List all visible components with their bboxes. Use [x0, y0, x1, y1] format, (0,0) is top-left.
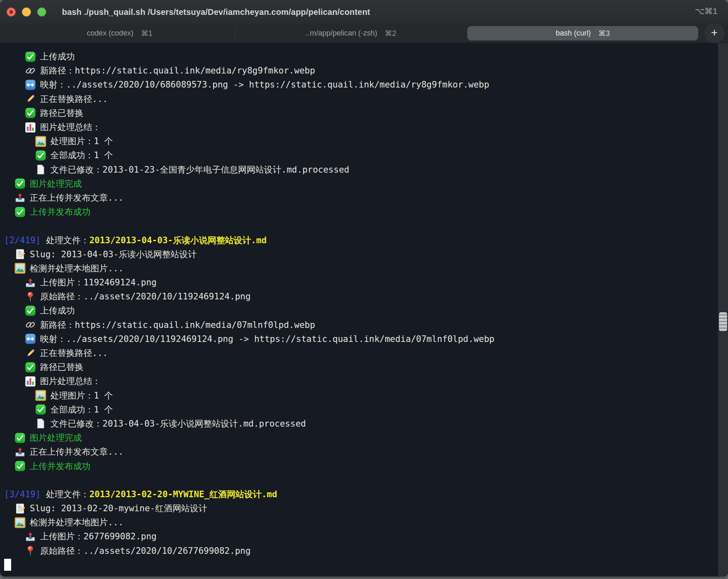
check-icon	[25, 51, 36, 62]
text-segment: 正在替换路径...	[40, 93, 108, 105]
terminal-line: Slug: 2013-02-20-mywine-红酒网站设计	[0, 501, 728, 515]
terminal-line: 映射：../assets/2020/10/686089573.png -> ht…	[0, 78, 728, 92]
modified-dot-icon	[10, 10, 13, 14]
pencil-icon	[25, 93, 36, 104]
tab-bash-curl-active[interactable]: bash (curl) ⌘3	[467, 26, 698, 40]
tab-pelican-zsh[interactable]: ..m/app/pelican (-zsh) ⌘2	[236, 24, 466, 43]
text-segment: 图片处理完成	[30, 178, 82, 190]
text-segment: 上传图片：1192469124.png	[40, 277, 157, 288]
check-icon	[25, 305, 36, 316]
terminal-line: 路径已替换	[0, 360, 728, 374]
terminal-line: 文件已修改：2013-01-23-全国青少年电子信息网网站设计.md.proce…	[0, 163, 728, 177]
text-segment: 处理文件：	[46, 489, 89, 500]
text-segment: 原始路径：../assets/2020/10/2677699082.png	[40, 545, 251, 557]
text-segment: 映射：../assets/2020/10/686089573.png -> ht…	[40, 79, 489, 90]
minimize-button[interactable]	[22, 7, 31, 17]
text-segment: 检测并处理本地图片...	[30, 517, 124, 528]
check-icon	[35, 150, 46, 161]
terminal-line: 图片处理总结：	[0, 374, 728, 388]
text-segment: 图片处理完成	[30, 432, 82, 444]
terminal-blank-line	[0, 473, 728, 487]
terminal-cursor	[4, 559, 11, 571]
check-icon	[25, 107, 36, 119]
tab-shortcut: ⌘1	[141, 29, 152, 38]
text-segment: 上传图片：2677699082.png	[40, 531, 157, 542]
terminal-line: 上传并发布成功	[0, 459, 728, 473]
text-segment: 上传成功	[40, 51, 75, 62]
check-icon	[14, 178, 26, 189]
text-segment: 路径已替换	[40, 107, 83, 119]
tab-label: codex (codex)	[87, 29, 133, 38]
terminal-window: bash ./push_quail.sh /Users/tetsuya/Dev/…	[0, 0, 728, 577]
fullscreen-button[interactable]	[37, 7, 46, 17]
terminal-line: 图片处理完成	[0, 177, 728, 191]
scrollbar-track[interactable]	[718, 43, 728, 577]
text-segment: 文件已修改：2013-01-23-全国青少年电子信息网网站设计.md.proce…	[50, 164, 349, 176]
page-icon	[35, 164, 46, 175]
text-segment: 文件已修改：2013-04-03-乐读小说网整站设计.md.processed	[50, 418, 306, 430]
terminal-line: 新路径：https://static.quail.ink/media/ry8g9…	[0, 64, 728, 78]
new-tab-button[interactable]: +	[705, 23, 724, 43]
check-icon	[35, 404, 46, 415]
terminal-content[interactable]: 上传成功新路径：https://static.quail.ink/media/r…	[0, 43, 728, 577]
text-segment: 处理图片：1 个	[50, 390, 113, 401]
terminal-line: 正在上传并发布文章...	[0, 445, 728, 459]
text-segment: 检测并处理本地图片...	[30, 263, 124, 274]
tab-label: ..m/app/pelican (-zsh)	[306, 29, 377, 38]
text-segment: Slug: 2013-04-03-乐读小说网整站设计	[30, 249, 197, 260]
terminal-blank-line	[0, 219, 728, 233]
terminal-line: 正在替换路径...	[0, 92, 728, 106]
terminal-line: 正在替换路径...	[0, 346, 728, 360]
swap-icon	[25, 79, 36, 90]
text-segment: 图片处理总结：	[40, 121, 101, 133]
text-segment: 上传成功	[40, 305, 75, 316]
text-segment: 映射：../assets/2020/10/1192469124.png -> h…	[40, 333, 495, 345]
pin-icon	[25, 545, 36, 556]
terminal-line: 正在上传并发布文章...	[0, 191, 728, 205]
plus-icon: +	[711, 27, 718, 38]
text-segment: [2/419]	[4, 235, 46, 245]
tab-codex[interactable]: codex (codex) ⌘1	[4, 24, 235, 43]
check-icon	[14, 460, 26, 472]
tab-label: bash (curl)	[556, 29, 591, 38]
scrollbar-thumb[interactable]	[719, 312, 727, 331]
terminal-output: 上传成功新路径：https://static.quail.ink/media/r…	[0, 43, 728, 572]
terminal-line: Slug: 2013-04-03-乐读小说网整站设计	[0, 247, 728, 261]
text-segment: 2013/2013-02-20-MYWINE_红酒网站设计.md	[89, 489, 277, 500]
close-button[interactable]	[7, 7, 16, 17]
outbox-icon	[25, 531, 36, 542]
text-segment: 正在替换路径...	[40, 347, 108, 359]
terminal-line: 上传成功	[0, 50, 728, 64]
text-segment: 路径已替换	[40, 361, 83, 373]
terminal-line: [2/419] 处理文件：2013/2013-04-03-乐读小说网整站设计.m…	[0, 233, 728, 247]
terminal-line: 处理图片：1 个	[0, 389, 728, 403]
traffic-lights	[7, 0, 46, 24]
terminal-line: 路径已替换	[0, 106, 728, 120]
text-segment: 新路径：https://static.quail.ink/media/ry8g9…	[40, 65, 315, 76]
check-icon	[25, 362, 36, 373]
terminal-line: 处理图片：1 个	[0, 134, 728, 148]
link-icon	[25, 319, 36, 330]
tab-shortcut: ⌘2	[385, 29, 396, 38]
link-icon	[25, 65, 36, 76]
text-segment: 上传并发布成功	[30, 460, 90, 472]
tab-shortcut: ⌘3	[598, 29, 610, 38]
outbox-icon	[14, 446, 26, 458]
text-segment: 处理文件：	[46, 235, 89, 246]
terminal-line: 上传并发布成功	[0, 205, 728, 219]
text-segment: [3/419]	[4, 489, 46, 499]
outbox-icon	[25, 277, 36, 288]
title-bar[interactable]: bash ./push_quail.sh /Users/tetsuya/Dev/…	[0, 0, 728, 24]
terminal-line: 检测并处理本地图片...	[0, 515, 728, 529]
terminal-line: 上传图片：2677699082.png	[0, 529, 728, 543]
text-segment: Slug: 2013-02-20-mywine-红酒网站设计	[30, 503, 207, 514]
window-shortcut-hint: ⌥⌘1	[695, 6, 717, 16]
terminal-line: 文件已修改：2013-04-03-乐读小说网整站设计.md.processed	[0, 417, 728, 431]
page-icon	[35, 418, 46, 429]
text-segment: 正在上传并发布文章...	[30, 446, 124, 458]
text-segment: 图片处理总结：	[40, 375, 101, 387]
picture-icon	[14, 517, 26, 528]
window-title: bash ./push_quail.sh /Users/tetsuya/Dev/…	[62, 7, 370, 17]
picture-icon	[14, 263, 26, 274]
pin-icon	[25, 291, 36, 302]
